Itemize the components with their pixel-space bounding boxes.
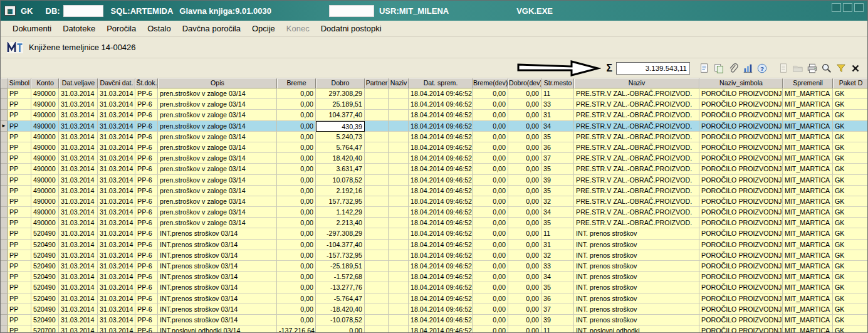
cell-st-dok[interactable]: PP-6 <box>135 261 158 272</box>
cell-breme-dev[interactable]: 0,00 <box>473 196 508 207</box>
cell-spremenil[interactable]: MIT_MARTICA <box>783 164 833 174</box>
cell-paket[interactable]: GK <box>833 142 868 153</box>
cell-spremenil[interactable]: MIT_MARTICA <box>783 228 833 239</box>
close-icon[interactable] <box>849 61 862 75</box>
cell-spremenil[interactable]: MIT_MARTICA <box>783 218 833 228</box>
cell-naziv2[interactable]: PRE.STR.V ZAL.-OBRAČ.PROIZVOD. <box>574 207 699 218</box>
cell-st-dok[interactable]: PP-6 <box>135 240 158 250</box>
row-marker[interactable] <box>1 325 8 333</box>
cell-konto[interactable]: 490000 <box>31 175 59 186</box>
cell-opis[interactable]: INT.prenos stroškov 03/14 <box>158 293 277 304</box>
cell-davcni-dat[interactable]: 31.03.2014 <box>98 282 135 293</box>
cell-partner[interactable] <box>365 142 389 153</box>
cell-konto[interactable]: 490000 <box>31 88 59 99</box>
cell-dobro[interactable]: -5.764,47 <box>316 293 365 304</box>
cell-dat-sprem[interactable]: 18.04.2014 09:46:52 <box>409 186 473 196</box>
copy-grid-icon[interactable] <box>712 61 726 75</box>
cell-simbol[interactable]: PP <box>8 175 31 186</box>
cell-dat-sprem[interactable]: 18.04.2014 09:46:52 <box>409 121 473 132</box>
cell-davcni-dat[interactable]: 31.03.2014 <box>98 196 135 207</box>
cell-st-dok[interactable]: PP-6 <box>135 250 158 261</box>
cell-dat-veljave[interactable]: 31.03.2014 <box>59 304 98 315</box>
cell-paket[interactable]: GK <box>833 110 868 120</box>
menu-item-dodatni-postopki[interactable]: Dodatni postopki <box>315 22 387 35</box>
cell-str-mesto[interactable]: 39 <box>541 175 574 186</box>
cell-dobro[interactable]: 2.213,40 <box>316 218 365 228</box>
cell-dobro[interactable]: -1.572,68 <box>316 272 365 282</box>
cell-simbol[interactable]: PP <box>8 261 31 272</box>
cell-dobro-dev[interactable]: 0,00 <box>508 110 541 120</box>
row-marker[interactable] <box>1 218 8 228</box>
cell-partner[interactable] <box>365 272 389 282</box>
cell-partner[interactable] <box>365 110 389 120</box>
cell-dat-sprem[interactable]: 18.04.2014 09:46:52 <box>409 207 473 218</box>
cell-naziv[interactable] <box>389 325 409 333</box>
cell-dat-sprem[interactable]: 18.04.2014 09:46:52 <box>409 315 473 325</box>
cell-partner[interactable] <box>365 250 389 261</box>
row-marker[interactable] <box>1 272 8 282</box>
cell-breme-dev[interactable]: 0,00 <box>473 228 508 239</box>
row-marker[interactable] <box>1 315 8 325</box>
cell-paket[interactable]: GK <box>833 207 868 218</box>
cell-breme-dev[interactable]: 0,00 <box>473 261 508 272</box>
cell-dobro-dev[interactable]: 0,00 <box>508 186 541 196</box>
cell-naziv-simbola[interactable]: POROČILO PROIZVODNJE <box>699 142 783 153</box>
cell-paket[interactable]: GK <box>833 250 868 261</box>
cell-dobro-dev[interactable]: 0,00 <box>508 261 541 272</box>
cell-davcni-dat[interactable]: 31.03.2014 <box>98 186 135 196</box>
cell-str-mesto[interactable]: 33 <box>541 261 574 272</box>
cell-st-dok[interactable]: PP-6 <box>135 153 158 164</box>
column-header-naziv2[interactable]: Naziv <box>574 78 699 88</box>
cell-naziv[interactable] <box>389 175 409 186</box>
column-header-dobro-dev[interactable]: Dobro(dev) <box>508 78 541 88</box>
cell-dobro-dev[interactable]: 0,00 <box>508 153 541 164</box>
cell-paket[interactable]: GK <box>833 272 868 282</box>
cell-dat-sprem[interactable]: 18.04.2014 09:46:52 <box>409 132 473 142</box>
cell-dobro-dev[interactable]: 0,00 <box>508 164 541 174</box>
cell-breme-dev[interactable]: 0,00 <box>473 272 508 282</box>
cell-davcni-dat[interactable]: 31.03.2014 <box>98 88 135 99</box>
cell-simbol[interactable]: PP <box>8 88 31 99</box>
cell-dat-veljave[interactable]: 31.03.2014 <box>59 121 98 132</box>
cell-dat-veljave[interactable]: 31.03.2014 <box>59 142 98 153</box>
cell-breme[interactable]: 0,00 <box>277 132 316 142</box>
cell-simbol[interactable]: PP <box>8 228 31 239</box>
cell-dobro-dev[interactable]: 0,00 <box>508 142 541 153</box>
cell-breme[interactable]: 0,00 <box>277 207 316 218</box>
cell-st-dok[interactable]: PP-6 <box>135 282 158 293</box>
cell-st-dok[interactable]: PP-6 <box>135 186 158 196</box>
cell-simbol[interactable]: PP <box>8 218 31 228</box>
cell-naziv-simbola[interactable]: POROČILO PROIZVODNJE <box>699 315 783 325</box>
cell-dat-veljave[interactable]: 31.03.2014 <box>59 207 98 218</box>
sum-total-field[interactable] <box>616 62 690 75</box>
search-icon[interactable] <box>820 61 834 75</box>
cell-dat-sprem[interactable]: 18.04.2014 09:46:52 <box>409 282 473 293</box>
cell-paket[interactable]: GK <box>833 228 868 239</box>
cell-dobro[interactable]: 3.631,47 <box>316 164 365 174</box>
cell-st-dok[interactable]: PP-6 <box>135 196 158 207</box>
cell-simbol[interactable]: PP <box>8 186 31 196</box>
cell-naziv-simbola[interactable]: POROČILO PROIZVODNJE <box>699 196 783 207</box>
cell-naziv-simbola[interactable]: POROČILO PROIZVODNJE <box>699 110 783 120</box>
cell-dobro[interactable]: -25.189,51 <box>316 261 365 272</box>
cell-breme[interactable]: 0,00 <box>277 186 316 196</box>
cell-konto[interactable]: 490000 <box>31 99 59 110</box>
cell-dat-veljave[interactable]: 31.03.2014 <box>59 293 98 304</box>
cell-str-mesto[interactable]: 34 <box>541 121 574 132</box>
cell-spremenil[interactable]: MIT_MARTICA <box>783 186 833 196</box>
cell-naziv2[interactable]: INT. prenos stroškov <box>574 293 699 304</box>
cell-st-dok[interactable]: PP-6 <box>135 207 158 218</box>
cell-breme-dev[interactable]: 0,00 <box>473 99 508 110</box>
cell-davcni-dat[interactable]: 31.03.2014 <box>98 207 135 218</box>
cell-breme[interactable]: 0,00 <box>277 142 316 153</box>
cell-opis[interactable]: INT.prenos stroškov 03/14 <box>158 261 277 272</box>
cell-partner[interactable] <box>365 175 389 186</box>
cell-naziv[interactable] <box>389 272 409 282</box>
cell-spremenil[interactable]: MIT_MARTICA <box>783 272 833 282</box>
minimize-button[interactable] <box>832 3 841 12</box>
cell-spremenil[interactable]: MIT_MARTICA <box>783 325 833 333</box>
cell-naziv-simbola[interactable]: POROČILO PROIZVODNJE <box>699 207 783 218</box>
cell-naziv-simbola[interactable]: POROČILO PROIZVODNJE <box>699 261 783 272</box>
cell-dobro-dev[interactable]: 0,00 <box>508 207 541 218</box>
cell-dobro[interactable]: 104.377,40 <box>316 110 365 120</box>
